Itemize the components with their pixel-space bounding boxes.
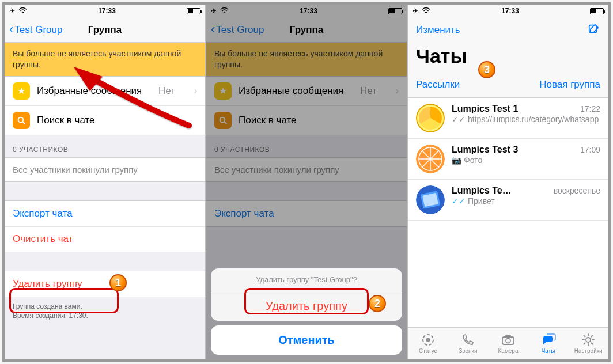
star-icon: ★ [214,82,232,100]
screenshot-2: ✈︎ 17:33 ‹ Test Group Группа Вы больше н… [206,5,408,359]
chat-row[interactable]: Lumpics Test 1 17:22 ✓✓ https://lumpics.… [408,98,608,139]
svg-rect-21 [506,335,510,338]
back-button[interactable]: ‹ Test Group [9,24,62,36]
chevron-right-icon: › [396,86,399,96]
svg-point-20 [506,339,510,343]
step-badge-1: 1 [109,274,127,291]
page-title: Чаты [416,45,467,67]
wifi-icon [220,7,229,15]
airplane-icon: ✈︎ [9,7,15,15]
tab-label: Статус [419,348,437,354]
edit-button[interactable]: Изменить [416,24,460,36]
quick-links-row: Рассылки Новая группа [408,73,608,98]
footer-line2: Время создания: 17:30. [13,312,88,320]
chat-row[interactable]: Lumpics Test 3 17:09 📷 Фото [408,139,608,180]
svg-line-1 [23,122,25,124]
status-bar: ✈︎ 17:33 [5,5,205,17]
screenshot-1: ✈︎ 17:33 ‹ Test Group Группа Вы больше н… [5,5,206,359]
camera-icon [501,333,516,347]
chat-time: 17:22 [580,104,600,113]
chat-title: Lumpics Te… [452,185,512,196]
screenshot-3: ✈︎ 17:33 Изменить Чаты 3 Рассылки Новая … [408,5,608,359]
avatar [416,145,445,173]
nav-title: Группа [88,24,122,36]
statusbar-time: 17:33 [501,7,519,15]
chat-preview: Привет [468,196,495,206]
nav-bar: Изменить [408,17,608,43]
chat-time: воскресенье [554,186,600,195]
back-label: Test Group [216,24,264,36]
export-chat-row[interactable]: Экспорт чата [5,201,205,226]
broadcasts-link[interactable]: Рассылки [416,79,460,90]
export-chat-row[interactable]: Экспорт чата [206,201,407,226]
search-icon [13,112,30,129]
wifi-icon [422,7,430,15]
phone-icon [460,333,475,347]
action-sheet: Удалить группу "Test Group"? Удалить гру… [211,268,402,355]
airplane-icon: ✈︎ [211,7,217,15]
page-title-row: Чаты [408,43,608,73]
arrow-annotation [62,62,195,131]
camera-icon: 📷 [452,155,461,165]
search-in-chat-row[interactable]: Поиск в чате [206,105,407,135]
chat-title: Lumpics Test 1 [452,104,518,114]
clear-label: Очистить чат [13,233,73,245]
export-label: Экспорт чата [214,208,274,219]
tab-camera[interactable]: Камера [488,328,528,359]
starred-messages-row[interactable]: ★ Избранные сообщения Нет › [206,77,407,105]
svg-point-22 [586,338,591,342]
svg-marker-2 [74,67,103,91]
sheet-cancel-label: Отменить [278,333,335,346]
tab-status[interactable]: Статус [408,328,448,359]
compose-button[interactable] [588,22,600,37]
statusbar-time: 17:33 [300,7,317,15]
chat-row[interactable]: Lumpics Te… воскресенье ✓✓ Привет [408,180,608,221]
sheet-delete-label: Удалить группу [266,299,347,312]
chats-icon [541,333,556,347]
not-participant-banner: Вы больше не являетесь участником данной… [206,43,407,76]
svg-line-4 [225,122,227,124]
footer-line1: Группа создана вами. [13,302,82,310]
starred-aux: Нет [360,85,379,97]
nav-bar: ‹ Test Group Группа [5,17,205,43]
read-ticks-icon: ✓✓ [452,196,466,206]
export-label: Экспорт чата [13,208,73,219]
tab-label: Звонки [459,348,477,354]
tab-settings[interactable]: Настройки [568,328,608,359]
starred-label: Избранные сообщения [239,85,343,97]
tab-calls[interactable]: Звонки [448,328,489,359]
tab-label: Чаты [542,348,555,354]
delivered-ticks-icon: ✓✓ [452,114,466,124]
gear-icon [581,333,596,347]
delete-group-row[interactable]: Удалить группу [5,271,205,297]
new-group-link[interactable]: Новая группа [539,79,600,90]
svg-point-18 [426,338,430,342]
chat-preview: https://lumpics.ru/category/whatsapp [468,114,599,124]
back-label: Test Group [14,24,62,36]
star-icon: ★ [13,82,30,100]
compose-icon [588,22,600,35]
avatar [416,185,445,214]
wifi-icon [18,7,27,15]
clear-chat-row[interactable]: Очистить чат [5,226,205,252]
participants-empty: Все участники покинули группу [5,157,205,182]
tab-bar: Статус Звонки Камера Чаты Настройки [408,327,608,359]
tab-label: Настройки [574,348,603,354]
participants-empty: Все участники покинули группу [206,157,407,182]
tab-chats[interactable]: Чаты [528,328,569,359]
airplane-icon: ✈︎ [413,7,418,15]
battery-icon [388,8,402,14]
statusbar-time: 17:33 [98,7,116,15]
search-label: Поиск в чате [239,115,297,126]
sheet-cancel-button[interactable]: Отменить [211,325,402,355]
sheet-title: Удалить группу "Test Group"? [211,268,402,291]
chevron-left-icon: ‹ [9,23,13,36]
delete-label: Удалить группу [13,278,82,290]
chevron-left-icon: ‹ [211,23,215,36]
search-icon [214,112,232,129]
step-badge-2: 2 [369,295,386,312]
chat-title: Lumpics Test 3 [452,145,518,155]
back-button[interactable]: ‹ Test Group [211,24,264,36]
avatar [416,104,445,132]
chat-time: 17:09 [580,145,600,154]
